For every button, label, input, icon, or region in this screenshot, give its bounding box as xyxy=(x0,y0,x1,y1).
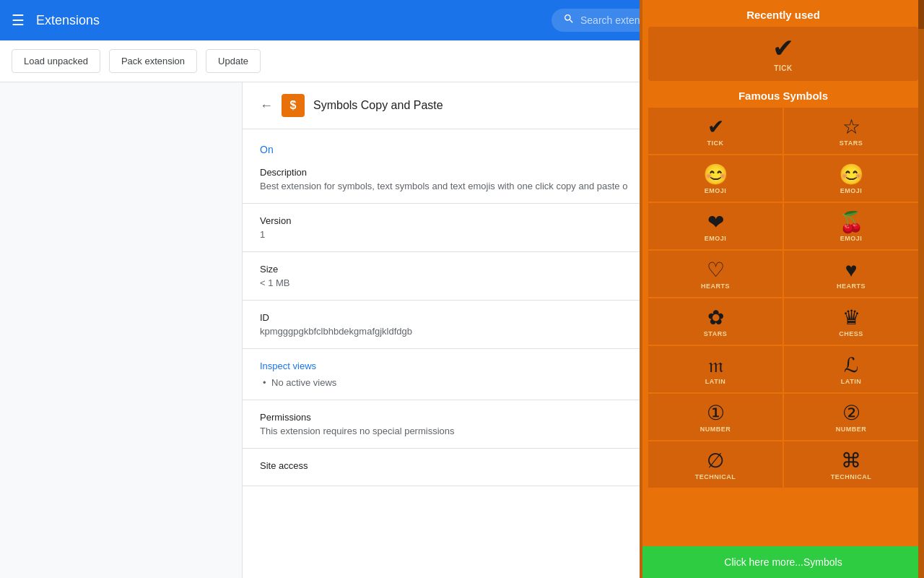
symbol-cell[interactable]: 𝔪LATIN xyxy=(648,346,783,392)
extension-name: Symbols Copy and Paste xyxy=(313,99,443,112)
symbol-label: HEARTS xyxy=(701,282,730,290)
symbol-char: ♡ xyxy=(707,259,725,282)
recently-used-label: TICK xyxy=(774,64,792,72)
symbol-char: ✔ xyxy=(707,116,724,139)
symbol-char: ☆ xyxy=(842,116,860,139)
load-unpacked-button[interactable]: Load unpacked xyxy=(12,49,100,73)
symbol-label: EMOJI xyxy=(705,187,727,194)
menu-icon[interactable]: ☰ xyxy=(12,12,25,29)
extension-icon: $ xyxy=(282,94,305,117)
symbol-label: EMOJI xyxy=(705,235,727,242)
symbol-char: ∅ xyxy=(707,450,724,473)
search-icon xyxy=(563,13,575,27)
symbol-cell[interactable]: ❤EMOJI xyxy=(648,203,783,249)
symbol-cell[interactable]: ⌘TECHNICAL xyxy=(784,441,918,488)
app-title: Extensions xyxy=(36,13,100,28)
symbol-label: EMOJI xyxy=(840,235,863,242)
symbols-panel: Recently used ✔ TICK Famous Symbols ✔TIC… xyxy=(640,0,924,578)
symbol-cell[interactable]: ♥HEARTS xyxy=(784,251,918,297)
symbols-grid: ✔TICK☆STARS😊EMOJI😊EMOJI❤EMOJI🍒EMOJI♡HEAR… xyxy=(648,108,918,488)
symbol-char: ℒ xyxy=(844,355,858,377)
symbol-char: 😊 xyxy=(703,164,728,186)
symbol-cell[interactable]: 🍒EMOJI xyxy=(784,203,918,249)
symbol-cell[interactable]: 😊EMOJI xyxy=(784,155,918,202)
symbol-char: ♥ xyxy=(845,259,858,282)
symbol-label: HEARTS xyxy=(837,282,866,290)
symbol-char: 😊 xyxy=(839,164,864,186)
symbol-cell[interactable]: ℒLATIN xyxy=(784,346,918,392)
symbol-char: 🍒 xyxy=(839,212,864,234)
symbol-char: 𝔪 xyxy=(708,355,723,377)
symbol-cell[interactable]: ♡HEARTS xyxy=(648,251,783,297)
famous-title: Famous Symbols xyxy=(648,90,918,102)
recently-used-item[interactable]: ✔ TICK xyxy=(648,27,918,81)
symbol-char: ❤ xyxy=(707,212,724,234)
symbol-label: LATIN xyxy=(841,378,861,385)
symbol-label: STARS xyxy=(840,139,863,147)
symbol-cell[interactable]: ②NUMBER xyxy=(784,394,918,440)
recently-used-section: Recently used ✔ TICK xyxy=(642,0,924,84)
symbol-label: NUMBER xyxy=(836,426,867,433)
click-more-button[interactable]: Click here more...Symbols xyxy=(642,546,924,578)
symbol-label: NUMBER xyxy=(700,426,731,433)
symbol-cell[interactable]: 😊EMOJI xyxy=(648,155,783,202)
symbol-cell[interactable]: ✔TICK xyxy=(648,108,783,154)
symbol-char: ✿ xyxy=(707,307,724,329)
symbol-label: LATIN xyxy=(705,378,725,385)
symbol-cell[interactable]: ①NUMBER xyxy=(648,394,783,440)
symbol-char: ① xyxy=(707,402,725,425)
symbol-label: TICK xyxy=(707,139,724,147)
symbol-cell[interactable]: ☆STARS xyxy=(784,108,918,154)
scrollbar[interactable] xyxy=(918,0,924,578)
symbol-label: EMOJI xyxy=(840,187,863,194)
scroll-thumb[interactable] xyxy=(918,0,924,29)
symbol-label: STARS xyxy=(704,330,727,337)
symbol-char: ⌘ xyxy=(841,450,861,473)
pack-extension-button[interactable]: Pack extension xyxy=(109,49,197,73)
sidebar xyxy=(0,82,243,578)
symbol-label: TECHNICAL xyxy=(831,473,872,480)
recently-used-title: Recently used xyxy=(648,9,918,21)
update-button[interactable]: Update xyxy=(206,49,261,73)
symbol-cell[interactable]: ∅TECHNICAL xyxy=(648,441,783,488)
symbol-char: ② xyxy=(842,402,860,425)
symbol-label: TECHNICAL xyxy=(695,473,736,480)
symbol-char: ♛ xyxy=(842,307,860,329)
back-button[interactable]: ← xyxy=(260,98,273,113)
symbol-label: CHESS xyxy=(839,330,863,337)
symbol-cell[interactable]: ✿STARS xyxy=(648,298,783,345)
famous-symbols-section: Famous Symbols ✔TICK☆STARS😊EMOJI😊EMOJI❤E… xyxy=(642,84,924,491)
recently-used-symbol: ✔ xyxy=(772,35,794,61)
symbol-cell[interactable]: ♛CHESS xyxy=(784,298,918,345)
